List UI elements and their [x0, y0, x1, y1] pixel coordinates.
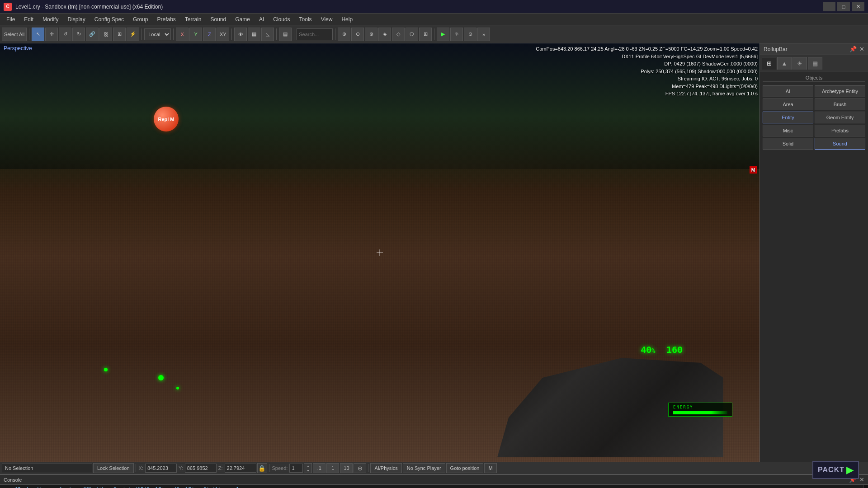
obj-btn-area[interactable]: Area [763, 99, 813, 110]
search-input[interactable] [297, 28, 333, 40]
physics-button[interactable]: ⚛ [450, 28, 463, 41]
maximize-button[interactable]: □ [837, 2, 850, 11]
menu-item-help[interactable]: Help [337, 14, 357, 24]
coord-system-select[interactable]: Local World [144, 28, 171, 40]
m-badge: M [750, 166, 757, 174]
grid-button[interactable]: ▦ [248, 28, 260, 41]
menu-item-sound[interactable]: Sound [206, 14, 231, 24]
polys-info: Polys: 250,374 (565,109) Shadow:000,000 … [536, 68, 758, 75]
viewport[interactable]: Perspective CamPos=843.20 866.17 24.25 A… [0, 43, 760, 462]
angle-button[interactable]: ◺ [261, 28, 274, 41]
obj-btn-sound[interactable]: Sound [815, 138, 865, 150]
rp-tab-layers[interactable]: ▤ [808, 57, 822, 70]
tool7-button[interactable]: ⊞ [419, 28, 432, 41]
menu-item-display[interactable]: Display [63, 14, 90, 24]
rollupbar-pin-btn[interactable]: 📌 [849, 46, 857, 52]
tool4-button[interactable]: ◈ [378, 28, 391, 41]
more-button[interactable]: » [477, 28, 490, 41]
tool3-button[interactable]: ⊗ [365, 28, 377, 41]
select-tool-button[interactable]: ↖ [32, 28, 44, 41]
menu-item-tools[interactable]: Tools [295, 14, 316, 24]
z-input[interactable] [225, 464, 256, 473]
tool5-button[interactable]: ◇ [392, 28, 405, 41]
debris-2 [158, 375, 164, 380]
move-tool-button[interactable]: ✛ [45, 28, 58, 41]
streaming-info: Streaming IO: ACT: 96msec, Jobs: 0 [536, 75, 758, 83]
snap-button[interactable]: ⚡ [127, 28, 139, 41]
speed-preset-3[interactable]: 10 [340, 463, 353, 473]
menu-item-game[interactable]: Game [231, 14, 255, 24]
menu-item-group[interactable]: Group [128, 14, 152, 24]
lock-selection-button[interactable]: Lock Selection [93, 463, 134, 473]
xy-axis-button[interactable]: XY [217, 28, 229, 41]
obj-btn-prefabs[interactable]: Prefabs [815, 125, 865, 136]
menu-item-prefabs[interactable]: Prefabs [152, 14, 180, 24]
obj-btn-entity[interactable]: Entity [763, 112, 813, 123]
status-sep-1 [136, 464, 136, 472]
tool2-button[interactable]: ⊙ [351, 28, 364, 41]
hud-info: CamPos=843.20 866.17 24.25 Angl=-28 0 -6… [536, 45, 758, 98]
undo-button[interactable]: ↺ [59, 28, 71, 41]
select-all-button[interactable]: Select All [2, 28, 27, 41]
obj-btn-archetype-entity[interactable]: Archetype Entity [815, 85, 865, 97]
menu-item-file[interactable]: File [2, 14, 19, 24]
menu-item-config-spec[interactable]: Config Spec [90, 14, 128, 24]
close-button[interactable]: ✕ [852, 2, 864, 11]
y-input[interactable] [185, 464, 217, 473]
redo-button[interactable]: ↻ [72, 28, 85, 41]
align-button[interactable]: ⊞ [113, 28, 126, 41]
window-title: Level1.cry - Sandbox (tm) [non-commercia… [15, 4, 823, 10]
console-scrollbar[interactable] [863, 485, 868, 488]
speed-control: Speed: ▲ ▼ .1 1 10 [271, 463, 353, 473]
menu-item-edit[interactable]: Edit [19, 14, 38, 24]
tool1-button[interactable]: ⊕ [338, 28, 350, 41]
menu-item-ai[interactable]: AI [255, 14, 269, 24]
x-axis-button[interactable]: X [176, 28, 189, 41]
viewport-search-input[interactable] [81, 47, 136, 52]
rp-tab-objects[interactable]: ⊞ [762, 57, 776, 70]
speed-preset-1[interactable]: .1 [313, 463, 326, 473]
rollupbar-close-btn[interactable]: ✕ [859, 46, 864, 52]
console-close-btn[interactable]: ✕ [859, 476, 864, 483]
toolbar-sep-6 [294, 28, 294, 40]
rp-tab-lighting[interactable]: ☀ [793, 57, 807, 70]
network-button[interactable]: ⊕ [354, 463, 366, 473]
record-button[interactable]: ⊙ [464, 28, 476, 41]
view-mode-button[interactable]: 👁 [234, 28, 247, 41]
m-status-btn[interactable]: M [484, 463, 496, 473]
rp-tab-terrain[interactable]: ▲ [777, 57, 792, 70]
obj-btn-brush[interactable]: Brush [815, 99, 865, 110]
lock-coords-button[interactable]: 🔒 [257, 463, 267, 473]
x-input[interactable] [145, 464, 177, 473]
console-content: --- AI: Loading goal pipes XML file: Scr… [0, 485, 868, 488]
speed-input[interactable] [289, 464, 303, 473]
fps-info: FPS 122.7 [74..137], frame avg over 1.0 … [536, 90, 758, 98]
menu-item-terrain[interactable]: Terrain [180, 14, 206, 24]
obj-btn-solid[interactable]: Solid [763, 138, 813, 150]
link-button[interactable]: 🔗 [86, 28, 99, 41]
obj-btn-ai[interactable]: AI [763, 85, 813, 97]
obj-btn-misc[interactable]: Misc [763, 125, 813, 136]
viewport-search-container[interactable]: 🔍 [70, 45, 139, 54]
speed-down-btn[interactable]: ▼ [304, 468, 311, 473]
unlink-button[interactable]: ⛓ [99, 28, 112, 41]
minimize-button[interactable]: ─ [823, 2, 835, 11]
red-ball: Repl M [154, 107, 179, 131]
tool6-button[interactable]: ⬡ [406, 28, 418, 41]
menu-item-modify[interactable]: Modify [38, 14, 63, 24]
menu-item-clouds[interactable]: Clouds [269, 14, 294, 24]
z-axis-button[interactable]: Z [203, 28, 216, 41]
y-axis-button[interactable]: Y [189, 28, 202, 41]
ai-physics-button[interactable]: AI/Physics [370, 463, 401, 473]
console-output[interactable]: --- AI: Loading goal pipes XML file: Scr… [0, 485, 863, 488]
objects-title: Objects [763, 74, 865, 82]
obj-btn-geom-entity[interactable]: Geom Entity [815, 112, 865, 123]
goto-position-button[interactable]: Goto position [446, 463, 484, 473]
menu-item-view[interactable]: View [316, 14, 337, 24]
layers-button[interactable]: ▤ [279, 28, 292, 41]
speed-up-btn[interactable]: ▲ [304, 464, 311, 468]
objects-section: Objects AIArchetype EntityAreaBrushEntit… [760, 71, 868, 462]
play-game-button[interactable]: ▶ [437, 28, 449, 41]
speed-preset-2[interactable]: 1 [326, 463, 339, 473]
no-sync-player-button[interactable]: No Sync Player [403, 463, 445, 473]
